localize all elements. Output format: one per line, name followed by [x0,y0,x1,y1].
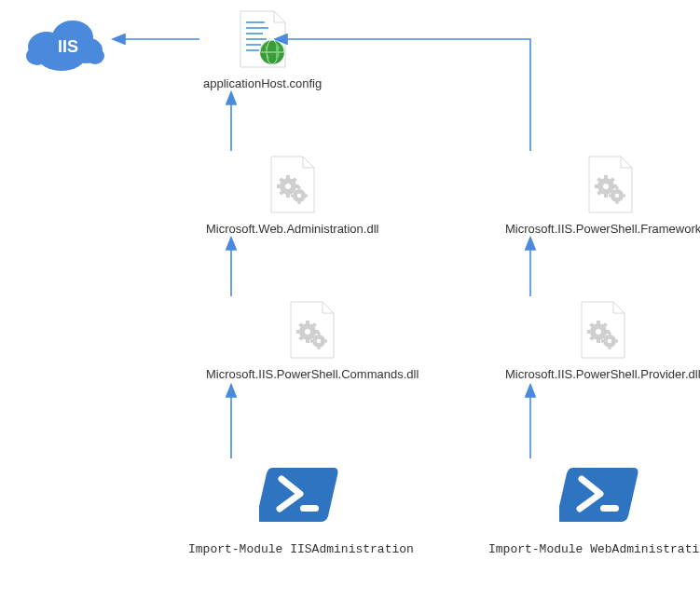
config-file-label: applicationHost.config [203,76,322,90]
right-dll-1: Microsoft.IIS.PowerShell.Framework.dll [505,155,700,236]
file-gears-icon [268,155,318,216]
svg-point-20 [26,47,48,65]
file-gears-icon [585,155,636,216]
right-dll-2-label: Microsoft.IIS.PowerShell.Provider.dll [505,367,700,381]
file-gears-icon [578,300,628,362]
config-file-icon [235,9,291,71]
file-gears-icon [287,300,337,362]
left-dll-2-label: Microsoft.IIS.PowerShell.Commands.dll [206,367,419,381]
svg-point-21 [86,48,104,64]
left-command-label: Import-Module IISAdministration [188,542,414,556]
config-file: applicationHost.config [203,9,322,90]
right-command-label: Import-Module WebAdministration [488,542,700,556]
right-dll-1-label: Microsoft.IIS.PowerShell.Framework.dll [505,222,700,236]
left-dll-2: Microsoft.IIS.PowerShell.Commands.dll [206,300,419,381]
right-powershell: Import-Module WebAdministration [488,462,700,556]
powershell-icon [559,462,643,529]
right-dll-2: Microsoft.IIS.PowerShell.Provider.dll [505,300,700,381]
left-dll-1: Microsoft.Web.Administration.dll [206,155,378,236]
powershell-icon [259,462,343,529]
iis-cloud-label: IIS [58,37,78,57]
left-powershell: Import-Module IISAdministration [188,462,414,556]
iis-cloud: IIS [19,9,107,75]
left-dll-1-label: Microsoft.Web.Administration.dll [206,222,378,236]
